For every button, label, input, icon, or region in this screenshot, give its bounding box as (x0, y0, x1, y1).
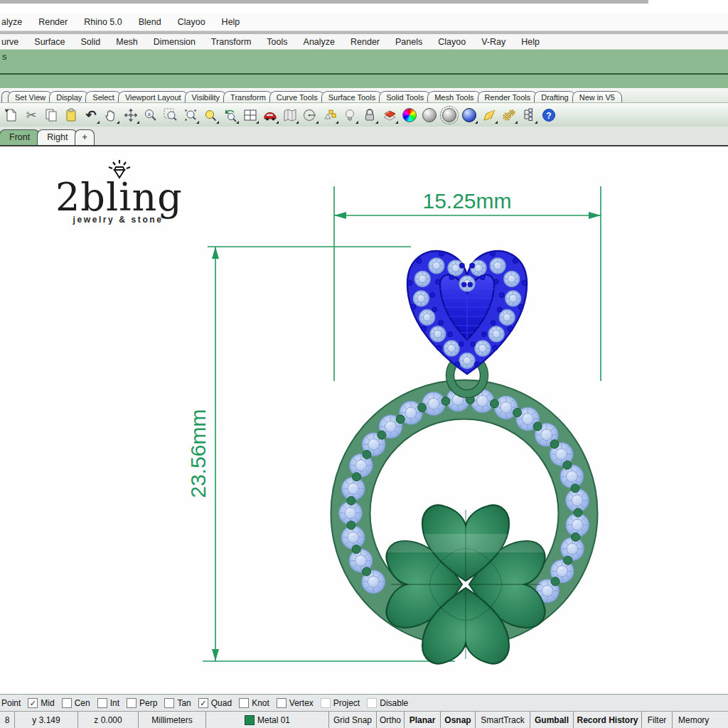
menu-item-urve[interactable]: urve (0, 36, 20, 48)
status-cell-gumball[interactable]: Gumball (530, 712, 574, 728)
menu-item-mesh[interactable]: Mesh (114, 36, 139, 48)
status-cell-z-0-000[interactable]: z 0.000 (78, 712, 139, 728)
menu-item-tools[interactable]: Tools (265, 36, 289, 48)
layer-icon[interactable] (380, 105, 399, 125)
status-cell-metal-01[interactable]: Metal 01 (206, 712, 329, 728)
toolbar-tab-new-in-v5[interactable]: New in V5 (572, 91, 622, 103)
menu-item-surface[interactable]: Surface (33, 36, 66, 48)
status-cell-record-history[interactable]: Record History (574, 712, 642, 728)
osnap-checkbox-perp[interactable] (127, 698, 136, 708)
osnap-checkbox-cen[interactable] (62, 698, 72, 708)
osnap-checkbox-vertex[interactable] (277, 698, 287, 708)
menu-item-rhino-5-0[interactable]: Rhino 5.0 (82, 16, 124, 28)
toolbar-tab-transform[interactable]: Transform (223, 91, 273, 103)
add-viewport-tab[interactable]: + (75, 129, 94, 145)
status-cell-smarttrack[interactable]: SmartTrack (476, 712, 530, 728)
menu-item-alyze[interactable]: alyze (0, 16, 23, 28)
toolbar-tab-drafting[interactable]: Drafting (534, 91, 576, 103)
status-cell-millimeters[interactable]: Millimeters (139, 712, 206, 728)
history-tree-icon[interactable] (520, 105, 538, 125)
render-icon[interactable] (480, 105, 498, 125)
menu-item-analyze[interactable]: Analyze (302, 36, 336, 48)
zoom-selected-icon[interactable] (201, 105, 220, 125)
viewport-tab-right[interactable]: Right (37, 129, 77, 145)
cplane-icon[interactable] (301, 105, 319, 125)
osnap-item-point[interactable]: Point (1, 698, 21, 708)
lamp-icon[interactable] (341, 105, 359, 125)
menu-item-render[interactable]: Render (349, 36, 381, 48)
toolbar-tab-solid-tools[interactable]: Solid Tools (379, 91, 431, 103)
zoom-extents-icon[interactable] (181, 105, 200, 125)
rotate-view-icon[interactable] (122, 105, 140, 125)
help-icon[interactable]: ? (540, 105, 558, 125)
menu-item-v-ray[interactable]: V-Ray (480, 36, 507, 48)
osnap-item-cen[interactable]: Cen (62, 698, 90, 708)
status-cell-8[interactable]: 8 (0, 712, 15, 728)
copy-icon[interactable] (42, 105, 60, 125)
osnap-item-knot[interactable]: Knot (239, 698, 269, 708)
viewport-layout-icon[interactable] (241, 105, 259, 125)
osnap-settings-icon[interactable] (321, 105, 339, 125)
viewport-front[interactable]: 2bling jewelry & stone 15.25mm23.56mm (0, 146, 728, 694)
lock-icon[interactable] (360, 105, 379, 125)
shaded-viewport-icon[interactable] (420, 105, 439, 125)
osnap-checkbox-disable[interactable] (367, 698, 377, 708)
osnap-item-mid[interactable]: ✓Mid (28, 698, 54, 708)
viewport-tab-front[interactable]: Front (0, 129, 40, 145)
osnap-item-project[interactable]: Project (321, 698, 360, 708)
osnap-checkbox-quad[interactable]: ✓ (198, 698, 208, 708)
menu-item-help[interactable]: Help (220, 16, 242, 28)
toolbar-tab-curve-tools[interactable]: Curve Tools (269, 91, 325, 103)
zoom-icon[interactable]: ± (141, 105, 160, 125)
status-cell-osnap[interactable]: Osnap (441, 712, 476, 728)
osnap-checkbox-int[interactable] (97, 698, 107, 708)
status-cell-filter[interactable]: Filter (642, 712, 673, 728)
osnap-item-tan[interactable]: Tan (164, 698, 191, 708)
toolbar-tab-visibility[interactable]: Visibility (185, 91, 228, 103)
osnap-item-int[interactable]: Int (97, 698, 119, 708)
status-cell-y-3-149[interactable]: y 3.149 (15, 712, 78, 728)
menu-item-panels[interactable]: Panels (394, 36, 424, 48)
command-prompt[interactable] (0, 75, 728, 89)
menu-item-clayoo[interactable]: Clayoo (176, 16, 207, 28)
toolbar-tab-select[interactable]: Select (85, 91, 122, 103)
command-area[interactable]: s (0, 49, 728, 89)
osnap-checkbox-project[interactable] (321, 698, 331, 708)
toolbar-tab-set-view[interactable]: Set View (8, 91, 53, 103)
menu-item-dimension[interactable]: Dimension (152, 36, 197, 48)
osnap-item-quad[interactable]: ✓Quad (198, 698, 232, 708)
toolbar-tab-mesh-tools[interactable]: Mesh Tools (427, 91, 481, 103)
status-cell-memory[interactable]: Memory (673, 712, 728, 728)
toolbar-tab-render-tools[interactable]: Render Tools (478, 91, 538, 103)
menu-item-solid[interactable]: Solid (79, 36, 102, 48)
status-cell-planar[interactable]: Planar (405, 712, 441, 728)
undo-icon[interactable]: ↶ (82, 105, 100, 125)
new-document-icon[interactable] (2, 105, 21, 125)
paste-icon[interactable] (62, 105, 80, 125)
status-cell-ortho[interactable]: Ortho (377, 712, 405, 728)
settings-gears-icon[interactable] (500, 105, 518, 125)
zoom-window-icon[interactable] (161, 105, 180, 125)
menu-item-blend[interactable]: Blend (137, 16, 163, 28)
named-view-icon[interactable] (261, 105, 279, 125)
undo-view-icon[interactable] (221, 105, 240, 125)
osnap-item-perp[interactable]: Perp (127, 698, 157, 708)
toolbar-tab-surface-tools[interactable]: Surface Tools (321, 91, 382, 103)
menu-item-transform[interactable]: Transform (210, 36, 253, 48)
status-cell-grid-snap[interactable]: Grid Snap (329, 712, 377, 728)
color-wheel-icon[interactable] (400, 105, 419, 125)
menu-item-render[interactable]: Render (37, 16, 69, 28)
pan-icon[interactable] (102, 105, 120, 125)
plan-view-icon[interactable] (281, 105, 299, 125)
osnap-checkbox-mid[interactable]: ✓ (28, 698, 38, 708)
menu-item-help[interactable]: Help (520, 36, 541, 48)
osnap-item-disable[interactable]: Disable (367, 698, 408, 708)
shaded-selected-icon[interactable] (440, 105, 459, 125)
toolbar-tab-display[interactable]: Display (49, 91, 89, 103)
toolbar-tab-viewport-layout[interactable]: Viewport Layout (118, 91, 188, 103)
rendered-viewport-icon[interactable] (460, 105, 478, 125)
osnap-checkbox-tan[interactable] (164, 698, 174, 708)
menu-item-clayoo[interactable]: Clayoo (437, 36, 467, 48)
cut-icon[interactable]: ✂ (22, 105, 41, 125)
osnap-checkbox-knot[interactable] (239, 698, 249, 708)
